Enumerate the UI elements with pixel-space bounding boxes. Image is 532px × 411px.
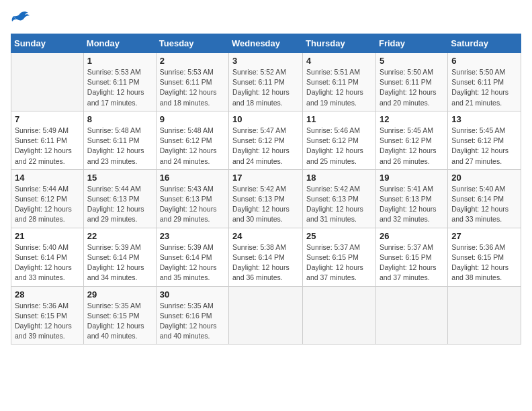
calendar-cell (303, 286, 376, 345)
calendar-cell: 18Sunrise: 5:42 AMSunset: 6:13 PMDayligh… (303, 169, 376, 228)
day-number: 17 (232, 173, 299, 183)
calendar-cell: 15Sunrise: 5:44 AMSunset: 6:13 PMDayligh… (83, 169, 156, 228)
day-info: Sunrise: 5:38 AMSunset: 6:14 PMDaylight:… (232, 242, 299, 283)
day-number: 29 (87, 289, 152, 300)
calendar-cell (229, 286, 303, 345)
calendar-cell: 21Sunrise: 5:40 AMSunset: 6:14 PMDayligh… (11, 228, 84, 286)
calendar-cell: 1Sunrise: 5:53 AMSunset: 6:11 PMDaylight… (83, 53, 156, 111)
day-number: 13 (451, 114, 517, 124)
col-header-wednesday: Wednesday (229, 34, 303, 53)
day-number: 26 (380, 231, 444, 241)
col-header-thursday: Thursday (303, 34, 376, 53)
day-info: Sunrise: 5:44 AMSunset: 6:12 PMDaylight:… (15, 184, 80, 225)
day-number: 16 (160, 173, 225, 183)
day-info: Sunrise: 5:52 AMSunset: 6:11 PMDaylight:… (232, 67, 299, 108)
day-info: Sunrise: 5:48 AMSunset: 6:12 PMDaylight:… (160, 126, 225, 167)
day-info: Sunrise: 5:48 AMSunset: 6:11 PMDaylight:… (87, 126, 152, 167)
calendar-cell: 9Sunrise: 5:48 AMSunset: 6:12 PMDaylight… (156, 111, 228, 169)
day-info: Sunrise: 5:50 AMSunset: 6:11 PMDaylight:… (380, 67, 444, 108)
day-info: Sunrise: 5:37 AMSunset: 6:15 PMDaylight:… (306, 242, 372, 283)
col-header-monday: Monday (83, 34, 156, 53)
day-number: 5 (380, 56, 444, 66)
day-number: 24 (232, 231, 299, 241)
day-info: Sunrise: 5:42 AMSunset: 6:13 PMDaylight:… (306, 184, 372, 225)
day-info: Sunrise: 5:44 AMSunset: 6:13 PMDaylight:… (87, 184, 152, 225)
calendar-cell: 25Sunrise: 5:37 AMSunset: 6:15 PMDayligh… (303, 228, 376, 286)
day-number: 6 (451, 56, 517, 66)
day-number: 10 (232, 114, 299, 124)
day-number: 3 (232, 56, 299, 66)
calendar-cell: 24Sunrise: 5:38 AMSunset: 6:14 PMDayligh… (229, 228, 303, 286)
day-number: 14 (15, 173, 80, 183)
day-info: Sunrise: 5:43 AMSunset: 6:13 PMDaylight:… (160, 184, 225, 225)
calendar-cell: 4Sunrise: 5:51 AMSunset: 6:11 PMDaylight… (303, 53, 376, 111)
day-number: 28 (15, 289, 80, 300)
calendar-cell: 10Sunrise: 5:47 AMSunset: 6:12 PMDayligh… (229, 111, 303, 169)
day-info: Sunrise: 5:39 AMSunset: 6:14 PMDaylight:… (160, 242, 225, 283)
week-row-2: 7Sunrise: 5:49 AMSunset: 6:11 PMDaylight… (11, 111, 521, 169)
day-info: Sunrise: 5:50 AMSunset: 6:11 PMDaylight:… (451, 67, 517, 108)
day-info: Sunrise: 5:45 AMSunset: 6:12 PMDaylight:… (380, 126, 444, 167)
day-number: 22 (87, 231, 152, 241)
day-info: Sunrise: 5:53 AMSunset: 6:11 PMDaylight:… (160, 67, 225, 108)
calendar-cell: 17Sunrise: 5:42 AMSunset: 6:13 PMDayligh… (229, 169, 303, 228)
calendar-cell: 11Sunrise: 5:46 AMSunset: 6:12 PMDayligh… (303, 111, 376, 169)
day-info: Sunrise: 5:45 AMSunset: 6:12 PMDaylight:… (451, 126, 517, 167)
day-number: 21 (15, 231, 80, 241)
calendar-cell: 12Sunrise: 5:45 AMSunset: 6:12 PMDayligh… (375, 111, 447, 169)
calendar-cell: 14Sunrise: 5:44 AMSunset: 6:12 PMDayligh… (11, 169, 84, 228)
day-info: Sunrise: 5:36 AMSunset: 6:15 PMDaylight:… (451, 242, 517, 283)
page-header (11, 11, 521, 26)
day-info: Sunrise: 5:47 AMSunset: 6:12 PMDaylight:… (232, 126, 299, 167)
day-info: Sunrise: 5:46 AMSunset: 6:12 PMDaylight:… (306, 126, 372, 167)
calendar-cell: 6Sunrise: 5:50 AMSunset: 6:11 PMDaylight… (448, 53, 521, 111)
week-row-5: 28Sunrise: 5:36 AMSunset: 6:15 PMDayligh… (11, 286, 521, 345)
col-header-friday: Friday (375, 34, 447, 53)
calendar-cell: 8Sunrise: 5:48 AMSunset: 6:11 PMDaylight… (83, 111, 156, 169)
logo (11, 11, 32, 26)
calendar-cell: 2Sunrise: 5:53 AMSunset: 6:11 PMDaylight… (156, 53, 228, 111)
day-info: Sunrise: 5:39 AMSunset: 6:14 PMDaylight:… (87, 242, 152, 283)
day-number: 15 (87, 173, 152, 183)
day-info: Sunrise: 5:35 AMSunset: 6:15 PMDaylight:… (87, 301, 152, 342)
day-number: 18 (306, 173, 372, 183)
day-number: 20 (451, 173, 517, 183)
week-row-3: 14Sunrise: 5:44 AMSunset: 6:12 PMDayligh… (11, 169, 521, 228)
calendar-cell: 13Sunrise: 5:45 AMSunset: 6:12 PMDayligh… (448, 111, 521, 169)
day-number: 11 (306, 114, 372, 124)
week-row-4: 21Sunrise: 5:40 AMSunset: 6:14 PMDayligh… (11, 228, 521, 286)
day-info: Sunrise: 5:40 AMSunset: 6:14 PMDaylight:… (451, 184, 517, 225)
col-header-sunday: Sunday (11, 34, 84, 53)
day-number: 30 (160, 289, 225, 300)
day-number: 2 (160, 56, 225, 66)
day-info: Sunrise: 5:40 AMSunset: 6:14 PMDaylight:… (15, 242, 80, 283)
day-number: 9 (160, 114, 225, 124)
calendar-cell (375, 286, 447, 345)
week-row-1: 1Sunrise: 5:53 AMSunset: 6:11 PMDaylight… (11, 53, 521, 111)
col-header-tuesday: Tuesday (156, 34, 228, 53)
calendar-cell: 28Sunrise: 5:36 AMSunset: 6:15 PMDayligh… (11, 286, 84, 345)
day-info: Sunrise: 5:36 AMSunset: 6:15 PMDaylight:… (15, 301, 80, 342)
calendar-cell: 30Sunrise: 5:35 AMSunset: 6:16 PMDayligh… (156, 286, 228, 345)
calendar-cell: 27Sunrise: 5:36 AMSunset: 6:15 PMDayligh… (448, 228, 521, 286)
day-number: 12 (380, 114, 444, 124)
day-number: 25 (306, 231, 372, 241)
day-info: Sunrise: 5:37 AMSunset: 6:15 PMDaylight:… (380, 242, 444, 283)
day-number: 7 (15, 114, 80, 124)
calendar-cell: 16Sunrise: 5:43 AMSunset: 6:13 PMDayligh… (156, 169, 228, 228)
calendar-cell: 22Sunrise: 5:39 AMSunset: 6:14 PMDayligh… (83, 228, 156, 286)
day-info: Sunrise: 5:41 AMSunset: 6:13 PMDaylight:… (380, 184, 444, 225)
col-header-saturday: Saturday (448, 34, 521, 53)
calendar-cell: 19Sunrise: 5:41 AMSunset: 6:13 PMDayligh… (375, 169, 447, 228)
day-info: Sunrise: 5:42 AMSunset: 6:13 PMDaylight:… (232, 184, 299, 225)
day-info: Sunrise: 5:49 AMSunset: 6:11 PMDaylight:… (15, 126, 80, 167)
logo-bird-icon (11, 11, 30, 26)
day-number: 4 (306, 56, 372, 66)
calendar-cell: 3Sunrise: 5:52 AMSunset: 6:11 PMDaylight… (229, 53, 303, 111)
calendar-cell (11, 53, 84, 111)
calendar-cell: 29Sunrise: 5:35 AMSunset: 6:15 PMDayligh… (83, 286, 156, 345)
day-number: 23 (160, 231, 225, 241)
calendar-cell: 26Sunrise: 5:37 AMSunset: 6:15 PMDayligh… (375, 228, 447, 286)
calendar-table: SundayMondayTuesdayWednesdayThursdayFrid… (11, 34, 521, 345)
day-info: Sunrise: 5:53 AMSunset: 6:11 PMDaylight:… (87, 67, 152, 108)
